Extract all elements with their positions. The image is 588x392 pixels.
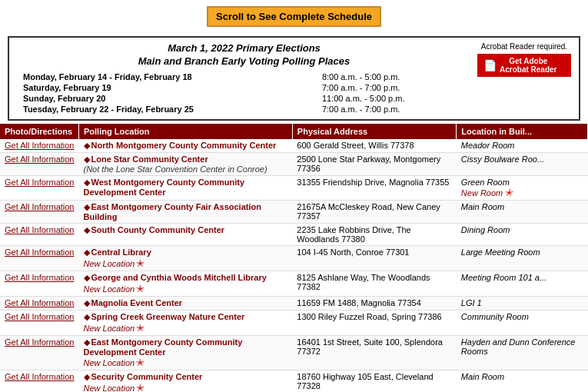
get-all-info-link[interactable]: Get All Information — [5, 154, 75, 164]
schedule-time: 11:00 a.m. - 5:00 p.m. — [316, 93, 471, 104]
schedule-day: Monday, February 14 - Friday, February 1… — [17, 71, 316, 82]
building-room: Cissy Boulware Roo... — [461, 154, 544, 164]
building-room: Meador Room — [461, 141, 515, 150]
location-in-building-cell: LGI 1 — [457, 297, 588, 311]
location-in-building-cell: Dining Room — [457, 224, 588, 246]
polling-location-name: George and Cynthia Woods Mitchell Librar… — [91, 273, 267, 282]
building-room: LGI 1 — [461, 298, 482, 307]
building-room: Meeting Room 101 a... — [461, 273, 546, 282]
polling-location-name: Lone Star Community Center — [91, 154, 208, 164]
diamond-icon: ◆ — [84, 337, 90, 347]
schedule-day: Sunday, February 20 — [17, 93, 316, 104]
new-room-star: ✭ — [504, 187, 513, 198]
new-room-label: New Room — [461, 188, 503, 198]
table-row: Get All Information◆Security Community C… — [0, 370, 588, 393]
info-link-cell[interactable]: Get All Information — [0, 176, 79, 201]
info-link-cell[interactable]: Get All Information — [0, 153, 79, 176]
schedule-time: 8:00 a.m. - 5:00 p.m. — [316, 71, 471, 82]
table-row: Get All Information◆George and Cynthia W… — [0, 271, 588, 297]
diamond-icon: ◆ — [84, 178, 90, 187]
info-box-title: March 1, 2022 Primary Elections — [17, 42, 471, 54]
acrobat-btn-text: Get AdobeAcrobat Reader — [500, 57, 556, 74]
info-link-cell[interactable]: Get All Information — [0, 224, 79, 246]
location-in-building-cell: Community Room — [457, 311, 588, 336]
get-all-info-link[interactable]: Get All Information — [5, 337, 75, 347]
acrobat-download-button[interactable]: 📄 Get AdobeAcrobat Reader — [477, 54, 571, 77]
polling-location-subname: (Not the Lone Star Convention Center in … — [84, 164, 267, 174]
polling-location-name: Magnolia Event Center — [91, 298, 183, 307]
polling-location-cell: ◆East Montgomery County Fair Association… — [79, 201, 293, 224]
polling-location-cell: ◆Magnolia Event Center — [79, 297, 293, 311]
location-in-building-cell: Meeting Room 101 a... — [457, 271, 588, 297]
table-row: Get All Information◆Spring Creek Greenwa… — [0, 311, 588, 336]
info-link-cell[interactable]: Get All Information — [0, 139, 79, 153]
polling-location-cell: ◆Security Community CenterNew Location✭ — [79, 370, 293, 393]
info-link-cell[interactable]: Get All Information — [0, 271, 79, 297]
acrobat-box: Acrobat Reader required. 📄 Get AdobeAcro… — [471, 42, 571, 77]
get-all-info-link[interactable]: Get All Information — [5, 298, 75, 307]
polling-location-cell: ◆Spring Creek Greenway Nature CenterNew … — [79, 311, 293, 336]
info-link-cell[interactable]: Get All Information — [0, 336, 79, 370]
table-header: Polling Location — [79, 124, 293, 139]
polling-location-name: Central Library — [91, 247, 151, 257]
polling-location-name: South County Community Center — [91, 225, 225, 234]
physical-address-cell: 31355 Friendship Drive, Magnolia 77355 — [292, 176, 457, 201]
diamond-icon: ◆ — [84, 141, 90, 150]
polling-location-cell: ◆West Montgomery County Community Develo… — [79, 176, 293, 201]
scroll-banner[interactable]: Scroll to See Complete Schedule — [207, 6, 381, 27]
banner-wrapper: Scroll to See Complete Schedule — [0, 0, 588, 33]
polling-location-cell: ◆North Montgomery County Community Cente… — [79, 139, 293, 153]
polling-location-name: East Montgomery County Community Develop… — [84, 337, 243, 357]
info-link-cell[interactable]: Get All Information — [0, 246, 79, 271]
physical-address-cell: 11659 FM 1488, Magnolia 77354 — [292, 297, 457, 311]
location-in-building-cell: Large Meeting Room — [457, 246, 588, 271]
physical-address-cell: 8125 Ashlane Way, The Woodlands 77382 — [292, 271, 457, 297]
info-link-cell[interactable]: Get All Information — [0, 297, 79, 311]
info-box: March 1, 2022 Primary Elections Main and… — [8, 36, 580, 121]
get-all-info-link[interactable]: Get All Information — [5, 225, 75, 234]
get-all-info-link[interactable]: Get All Information — [5, 372, 75, 381]
new-location-star: ✭ — [136, 382, 145, 392]
schedule-time: 7:00 a.m. - 7:00 p.m. — [316, 104, 471, 115]
location-in-building-cell: Main Room — [457, 370, 588, 393]
new-location-label: New Location — [84, 324, 135, 333]
schedule-day: Saturday, February 19 — [17, 82, 316, 93]
new-location-label: New Location — [84, 259, 135, 268]
get-all-info-link[interactable]: Get All Information — [5, 312, 75, 321]
info-link-cell[interactable]: Get All Information — [0, 311, 79, 336]
diamond-icon: ◆ — [84, 273, 90, 282]
polling-location-cell: ◆Lone Star Community Center(Not the Lone… — [79, 153, 293, 176]
building-room: Dining Room — [461, 225, 510, 234]
polling-location-name: North Montgomery County Community Center — [91, 141, 277, 150]
polling-location-cell: ◆East Montgomery County Community Develo… — [79, 336, 293, 370]
physical-address-cell: 104 I-45 North, Conroe 77301 — [292, 246, 457, 271]
table-row: Get All Information◆East Montgomery Coun… — [0, 336, 588, 370]
info-link-cell[interactable]: Get All Information — [0, 201, 79, 224]
new-location-label: New Location — [84, 284, 135, 294]
get-all-info-link[interactable]: Get All Information — [5, 273, 75, 282]
info-link-cell[interactable]: Get All Information — [0, 370, 79, 393]
get-all-info-link[interactable]: Get All Information — [5, 178, 75, 187]
schedule-time: 7:00 a.m. - 7:00 p.m. — [316, 82, 471, 93]
polling-location-name: Security Community Center — [91, 372, 203, 381]
get-all-info-link[interactable]: Get All Information — [5, 202, 75, 211]
table-row: Get All Information◆Lone Star Community … — [0, 153, 588, 176]
get-all-info-link[interactable]: Get All Information — [5, 141, 75, 150]
diamond-icon: ◆ — [84, 154, 90, 164]
building-room: Community Room — [461, 312, 529, 321]
acrobat-icon: 📄 — [483, 59, 497, 71]
location-in-building-cell: Main Room — [457, 201, 588, 224]
physical-address-cell: 16401 1st Street, Suite 100, Splendora 7… — [292, 336, 457, 370]
get-all-info-link[interactable]: Get All Information — [5, 247, 75, 257]
building-room: Hayden and Dunn Conference Rooms — [461, 337, 576, 356]
polling-location-name: East Montgomery County Fair Association … — [84, 202, 261, 221]
polling-location-cell: ◆South County Community Center — [79, 224, 293, 246]
table-row: Get All Information◆South County Communi… — [0, 224, 588, 246]
table-row: Get All Information◆North Montgomery Cou… — [0, 139, 588, 153]
acrobat-required-label: Acrobat Reader required. — [477, 42, 571, 51]
table-row: Get All Information◆West Montgomery Coun… — [0, 176, 588, 201]
physical-address-cell: 2235 Lake Robbins Drive, The Woodlands 7… — [292, 224, 457, 246]
physical-address-cell: 600 Gerald Street, Willis 77378 — [292, 139, 457, 153]
schedule-day: Tuesday, February 22 - Friday, February … — [17, 104, 316, 115]
polling-location-name: West Montgomery County Community Develop… — [84, 178, 245, 197]
